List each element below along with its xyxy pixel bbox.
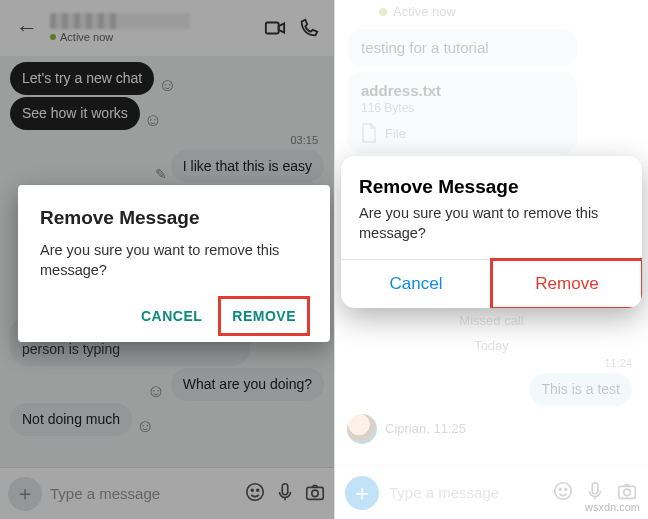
remove-message-dialog: Remove Message Are you sure you want to … <box>341 156 642 308</box>
cancel-button[interactable]: CANCEL <box>129 298 214 334</box>
remove-button[interactable]: Remove <box>492 260 642 308</box>
dialog-body: Are you sure you want to remove this mes… <box>40 241 308 280</box>
remove-message-dialog: Remove Message Are you sure you want to … <box>18 185 330 342</box>
dialog-title: Remove Message <box>40 207 308 229</box>
android-screen: ← Active now Let's try a new chat ☺ See … <box>0 0 334 519</box>
remove-button[interactable]: REMOVE <box>220 298 308 334</box>
dialog-body: Are you sure you want to remove this mes… <box>359 204 624 243</box>
dialog-title: Remove Message <box>359 176 624 198</box>
watermark: wsxdn.com <box>585 501 640 513</box>
cancel-button[interactable]: Cancel <box>341 260 492 308</box>
ios-screen: Active now testing for a tutorial addres… <box>334 0 648 519</box>
